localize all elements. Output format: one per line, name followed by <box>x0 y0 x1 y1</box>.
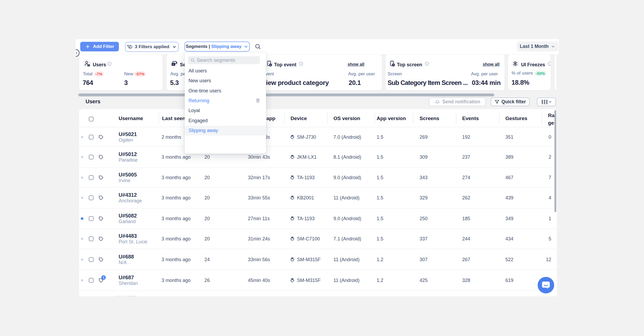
svg-text:e: e <box>270 64 271 66</box>
